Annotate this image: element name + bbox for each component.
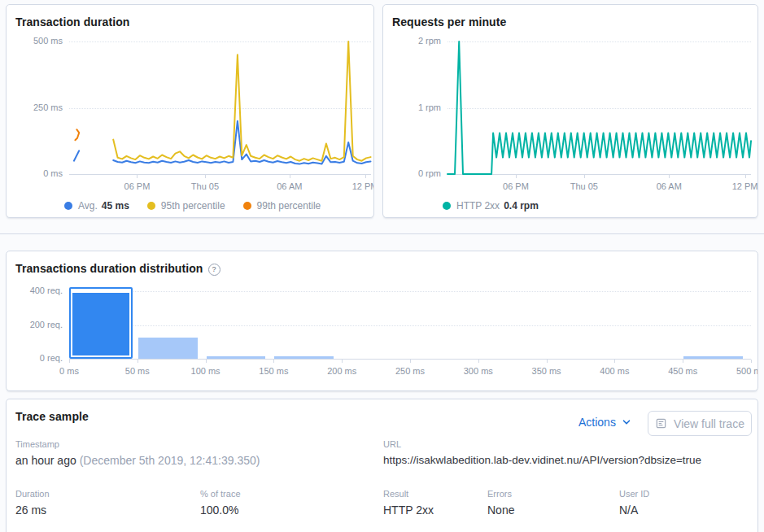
transaction-duration-chart[interactable]: 0 ms250 ms500 ms06 PMThu 0506 AM12 PM — [7, 5, 373, 217]
legend-item[interactable]: HTTP 2xx0.4 rpm — [443, 200, 539, 211]
legend-label: Avg. — [78, 200, 98, 211]
trace-sample-panel: Trace sample Actions View full trace Tim… — [6, 399, 758, 532]
chart-plot-area[interactable] — [69, 41, 371, 175]
y-axis-label: 0 rpm — [391, 168, 441, 178]
histogram-bar-selected[interactable] — [69, 287, 133, 359]
axis-tick — [342, 360, 343, 363]
axis-tick — [478, 360, 479, 363]
field-result: Result HTTP 2xx — [383, 489, 434, 517]
axis-tick — [410, 360, 411, 363]
legend-dot-icon — [243, 202, 251, 210]
axis-tick — [683, 360, 683, 363]
axis-tick — [614, 360, 615, 363]
transaction-duration-panel: Transaction duration 0 ms250 ms500 ms06 … — [6, 4, 374, 218]
user-id-value: N/A — [619, 504, 649, 517]
chart-plot-area[interactable] — [447, 41, 751, 175]
axis-tick — [584, 175, 585, 178]
axis-tick — [206, 360, 207, 363]
timestamp-label: Timestamp — [15, 439, 260, 449]
x-axis-label: 0 ms — [39, 366, 99, 376]
x-axis-label: 400 ms — [584, 366, 644, 376]
histogram-bar[interactable] — [207, 356, 266, 359]
x-axis-label: Thu 05 — [175, 181, 235, 191]
transaction-duration-legend: Avg.45 ms95th percentile99th percentile — [64, 200, 321, 211]
section-divider — [0, 233, 764, 234]
y-axis-label: 400 req. — [12, 286, 63, 295]
trace-sample-title: Trace sample — [15, 410, 89, 423]
duration-distribution-chart[interactable]: 0 req.200 req.400 req.0 ms50 ms100 ms150… — [7, 251, 757, 390]
requests-per-minute-panel: Requests per minute 0 rpm1 rpm2 rpm06 PM… — [382, 4, 758, 218]
x-axis-label: 300 ms — [448, 366, 509, 376]
x-axis-label: 350 ms — [517, 366, 577, 376]
timestamp-value: an hour ago (December 5th 2019, 12:41:39… — [15, 454, 260, 467]
legend-label: 95th percentile — [161, 200, 225, 211]
user-id-label: User ID — [619, 489, 649, 499]
axis-tick — [669, 175, 670, 178]
legend-dot-icon — [64, 202, 72, 210]
requests-per-minute-chart[interactable]: 0 rpm1 rpm2 rpm06 PMThu 0506 AM12 PM — [383, 5, 757, 217]
x-axis-label: Thu 05 — [554, 181, 614, 191]
view-full-trace-button[interactable]: View full trace — [648, 411, 752, 436]
legend-label: 99th percentile — [257, 200, 321, 211]
field-url: URL https://isakwlabedition.lab-dev.vidi… — [383, 439, 701, 466]
histogram-bar[interactable] — [138, 338, 198, 359]
x-axis-label: 250 ms — [380, 366, 440, 376]
y-axis-label: 2 rpm — [391, 36, 441, 46]
y-axis-label: 1 rpm — [391, 102, 441, 112]
x-axis-label: 06 AM — [639, 181, 699, 191]
actions-label: Actions — [578, 416, 616, 429]
duration-value: 26 ms — [15, 504, 50, 517]
chevron-down-icon — [622, 417, 631, 427]
legend-item[interactable]: 95th percentile — [147, 200, 225, 211]
legend-value: 45 ms — [102, 200, 129, 211]
gridline — [69, 291, 751, 292]
timestamp-absolute: (December 5th 2019, 12:41:39.350) — [80, 454, 260, 467]
legend-value: 0.4 rpm — [504, 200, 539, 211]
legend-item[interactable]: 99th percentile — [243, 200, 321, 211]
field-errors: Errors None — [487, 489, 514, 517]
y-axis-label: 0 ms — [12, 168, 63, 178]
field-timestamp: Timestamp an hour ago (December 5th 2019… — [15, 439, 260, 467]
chart-plot-area[interactable] — [69, 291, 751, 360]
errors-label: Errors — [487, 489, 514, 499]
result-value: HTTP 2xx — [383, 504, 434, 517]
duration-label: Duration — [15, 489, 50, 499]
legend-dot-icon — [147, 202, 155, 210]
y-axis-label: 500 ms — [12, 36, 63, 46]
axis-tick — [273, 360, 274, 363]
axis-tick — [547, 360, 548, 363]
requests-per-minute-series — [447, 41, 751, 174]
x-axis-label: 500 ms — [721, 366, 758, 376]
x-axis-label: 150 ms — [243, 366, 303, 376]
legend-label: HTTP 2xx — [456, 200, 500, 211]
errors-value: None — [487, 504, 514, 517]
pct-of-trace-value: 100.0% — [200, 504, 241, 517]
x-axis-label: 50 ms — [107, 366, 168, 376]
view-full-trace-label: View full trace — [674, 417, 744, 430]
field-user-id: User ID N/A — [619, 489, 649, 517]
field-pct-of-trace: % of trace 100.0% — [200, 489, 241, 517]
x-axis-label: 12 PM — [715, 181, 758, 191]
histogram-bar[interactable] — [274, 356, 334, 359]
url-label: URL — [383, 439, 701, 449]
x-axis-label: 06 PM — [107, 181, 167, 191]
result-label: Result — [383, 489, 434, 499]
legend-dot-icon — [443, 202, 451, 210]
axis-tick — [516, 175, 517, 178]
axis-tick — [365, 175, 366, 178]
axis-tick — [69, 360, 70, 363]
timestamp-relative: an hour ago — [15, 454, 76, 467]
axis-tick — [205, 175, 206, 178]
actions-menu-button[interactable]: Actions — [578, 416, 631, 429]
legend-item[interactable]: Avg.45 ms — [64, 200, 129, 211]
histogram-bar[interactable] — [683, 356, 743, 359]
x-axis-label: 06 AM — [260, 181, 320, 191]
x-axis-label: 12 PM — [335, 181, 374, 191]
duration-distribution-panel: Transactions duration distribution? 0 re… — [6, 251, 758, 391]
axis-tick — [745, 175, 746, 178]
transaction-duration-series — [69, 41, 371, 174]
y-axis-label: 250 ms — [12, 102, 63, 112]
gridline — [69, 325, 751, 326]
x-axis-label: 100 ms — [176, 366, 236, 376]
trace-document-icon — [655, 417, 667, 430]
